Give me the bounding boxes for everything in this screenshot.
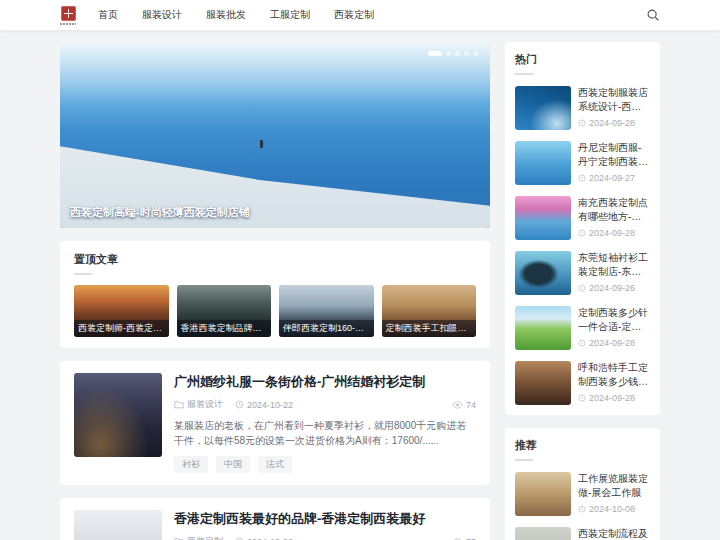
hot-item-thumbnail xyxy=(515,306,571,350)
clock-icon xyxy=(578,284,586,292)
search-icon[interactable] xyxy=(646,8,660,22)
recommend-item-title: 西装定制流程及面料选 xyxy=(578,527,650,540)
hot-item-6[interactable]: 呼和浩特手工定制西装多少钱-呼和浩特手工 2024-09-28 xyxy=(515,361,650,405)
folder-icon xyxy=(174,400,184,409)
nav-item-home[interactable]: 首页 xyxy=(98,8,118,22)
logo-stamp-icon xyxy=(61,6,76,21)
tag-link[interactable]: 衬衫 xyxy=(174,456,208,473)
recommend-item-thumbnail xyxy=(515,527,571,540)
hot-item-1[interactable]: 西装定制服装店系统设计-西装定制服装店系 2024-09-28 xyxy=(515,86,650,130)
article-date: 2024-10-22 xyxy=(235,537,293,540)
clock-icon xyxy=(578,505,586,513)
tag-link[interactable]: 中国 xyxy=(216,456,250,473)
hot-item-date: 2024-09-28 xyxy=(578,228,650,238)
clock-icon xyxy=(578,119,586,127)
hot-item-4[interactable]: 东莞短袖衬衫工装定制店-东莞定制工作服厂 2024-09-26 xyxy=(515,251,650,295)
clock-icon xyxy=(578,339,586,347)
carousel-dot[interactable] xyxy=(446,51,451,56)
pinned-card-1[interactable]: 西装定制师-西装定制工... xyxy=(74,285,169,337)
hot-item-thumbnail xyxy=(515,86,571,130)
carousel-indicators xyxy=(428,51,478,56)
article-title[interactable]: 香港定制西装最好的品牌-香港定制西装最好 xyxy=(174,510,476,528)
article-excerpt: 某服装店的老板，在广州看到一种夏季衬衫，就用8000千元购进若干件，以每件58元… xyxy=(174,418,476,448)
section-underline xyxy=(74,273,92,275)
pinned-card-caption: 香港西装定制品牌推荐... xyxy=(177,320,272,337)
pinned-card-caption: 西装定制师-西装定制工... xyxy=(74,320,169,337)
pinned-card-caption: 定制西装手工扣眼教程... xyxy=(382,320,477,337)
header: 首页 服装设计 服装批发 工服定制 西装定制 xyxy=(0,0,720,30)
tag-link[interactable]: 法式 xyxy=(258,456,292,473)
hot-item-title: 呼和浩特手工定制西装多少钱-呼和浩特手工 xyxy=(578,361,650,389)
hero-banner[interactable]: 西装定制高端-时尚轻薄西装定制店铺 xyxy=(60,42,490,228)
article-meta: 西装定制 2024-10-22 73 xyxy=(174,535,476,540)
nav-item-suit-custom[interactable]: 西装定制 xyxy=(334,8,374,22)
carousel-dot[interactable] xyxy=(455,51,460,56)
carousel-dot[interactable] xyxy=(428,51,442,56)
hot-item-title: 丹尼定制西服-丹宁定制西装价格 xyxy=(578,141,650,169)
recommend-item-title: 工作展览服装定做-展会工作服 xyxy=(578,472,650,500)
section-underline xyxy=(515,459,533,461)
hot-item-date: 2024-09-28 xyxy=(578,338,650,348)
hot-item-date: 2024-09-27 xyxy=(578,173,650,183)
nav-item-workwear-custom[interactable]: 工服定制 xyxy=(270,8,310,22)
hot-section-title: 热门 xyxy=(515,52,650,67)
article-category[interactable]: 服装设计 xyxy=(174,398,223,411)
pinned-section: 置顶文章 西装定制师-西装定制工... 香港西装定制品牌推荐... 伴郎西装定制… xyxy=(60,241,490,348)
carousel-dot[interactable] xyxy=(464,51,469,56)
hot-item-date: 2024-09-28 xyxy=(578,393,650,403)
hot-item-thumbnail xyxy=(515,361,571,405)
hot-section: 热门 西装定制服装店系统设计-西装定制服装店系 2024-09-28 丹尼定制西… xyxy=(505,42,660,415)
recommend-section-title: 推荐 xyxy=(515,438,650,453)
hot-item-3[interactable]: 南充西装定制点有哪些地方-南充西装定制点 2024-09-28 xyxy=(515,196,650,240)
article-thumbnail[interactable] xyxy=(74,510,162,540)
article-item-1: 广州婚纱礼服一条街价格-广州结婚衬衫定制 服装设计 2024-10-22 74 xyxy=(60,361,490,485)
hot-item-title: 定制西装多少针一件合适-定制西装多少针一 xyxy=(578,306,650,334)
hot-item-date: 2024-09-26 xyxy=(578,283,650,293)
hot-item-5[interactable]: 定制西装多少针一件合适-定制西装多少针一 2024-09-28 xyxy=(515,306,650,350)
main-nav: 首页 服装设计 服装批发 工服定制 西装定制 xyxy=(98,8,374,22)
hero-caption[interactable]: 西装定制高端-时尚轻薄西装定制店铺 xyxy=(70,205,250,220)
article-item-2: 香港定制西装最好的品牌-香港定制西装最好 西装定制 2024-10-22 73 xyxy=(60,498,490,540)
hot-item-thumbnail xyxy=(515,141,571,185)
hot-item-title: 东莞短袖衬衫工装定制店-东莞定制工作服厂 xyxy=(578,251,650,279)
nav-item-clothing-design[interactable]: 服装设计 xyxy=(142,8,182,22)
recommend-section: 推荐 工作展览服装定做-展会工作服 2024-10-08 西装定制流程及面料选 xyxy=(505,428,660,540)
hero-beach-art xyxy=(60,42,490,228)
section-underline xyxy=(515,73,533,75)
hot-item-2[interactable]: 丹尼定制西服-丹宁定制西装价格 2024-09-27 xyxy=(515,141,650,185)
logo-tagline xyxy=(60,23,76,25)
eye-icon xyxy=(452,401,463,409)
recommend-item-2[interactable]: 西装定制流程及面料选 xyxy=(515,527,650,540)
recommend-item-date: 2024-10-08 xyxy=(578,504,650,514)
clock-icon xyxy=(235,400,244,409)
clock-icon xyxy=(578,394,586,402)
article-meta: 服装设计 2024-10-22 74 xyxy=(174,398,476,411)
article-title[interactable]: 广州婚纱礼服一条街价格-广州结婚衬衫定制 xyxy=(174,373,476,391)
article-thumbnail[interactable] xyxy=(74,373,162,457)
hot-item-date: 2024-09-28 xyxy=(578,118,650,128)
pinned-section-title: 置顶文章 xyxy=(74,252,476,267)
clock-icon xyxy=(578,229,586,237)
article-category[interactable]: 西装定制 xyxy=(174,535,223,540)
site-logo[interactable] xyxy=(60,6,76,25)
hot-item-thumbnail xyxy=(515,196,571,240)
recommend-item-1[interactable]: 工作展览服装定做-展会工作服 2024-10-08 xyxy=(515,472,650,516)
article-views: 73 xyxy=(452,537,476,540)
hot-item-title: 西装定制服装店系统设计-西装定制服装店系 xyxy=(578,86,650,114)
recommend-item-thumbnail xyxy=(515,472,571,516)
hero-person-art xyxy=(260,140,263,148)
hot-item-title: 南充西装定制点有哪些地方-南充西装定制点 xyxy=(578,196,650,224)
clock-icon xyxy=(578,174,586,182)
pinned-card-3[interactable]: 伴郎西装定制160-伴郎... xyxy=(279,285,374,337)
article-date: 2024-10-22 xyxy=(235,400,293,410)
hot-item-thumbnail xyxy=(515,251,571,295)
article-tags: 衬衫 中国 法式 xyxy=(174,456,476,473)
carousel-dot[interactable] xyxy=(473,51,478,56)
pinned-card-4[interactable]: 定制西装手工扣眼教程... xyxy=(382,285,477,337)
pinned-card-2[interactable]: 香港西装定制品牌推荐... xyxy=(177,285,272,337)
pinned-card-caption: 伴郎西装定制160-伴郎... xyxy=(279,320,374,337)
nav-item-clothing-wholesale[interactable]: 服装批发 xyxy=(206,8,246,22)
article-views: 74 xyxy=(452,400,476,410)
